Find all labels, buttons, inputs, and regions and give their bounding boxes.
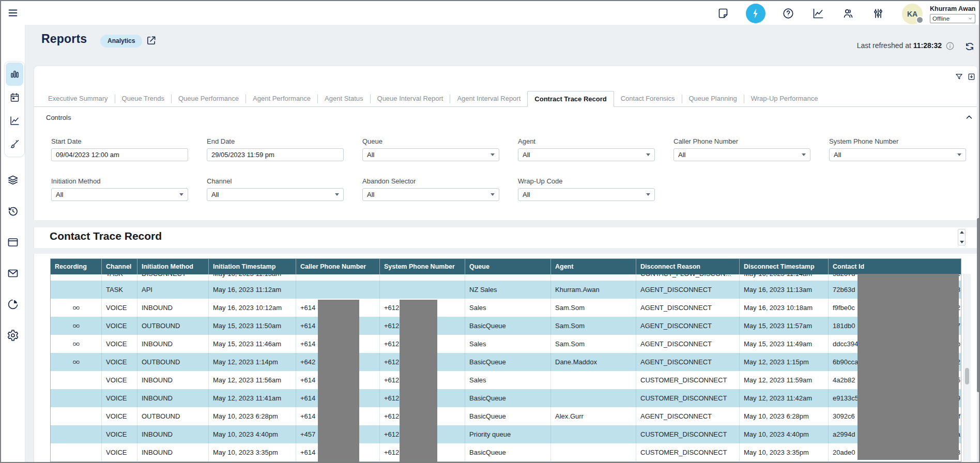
tab-queue-planning[interactable]: Queue Planning [682, 91, 744, 107]
recording-cell [51, 407, 102, 425]
column-header-initiation-method[interactable]: Initiation Method [137, 259, 209, 274]
section-divider [34, 220, 978, 227]
agent-cell: Sam.Som [551, 335, 636, 353]
column-header-recording[interactable]: Recording [51, 259, 102, 274]
contact-id-prefix: e9133c5 [833, 394, 859, 402]
table-row[interactable]: VOICEINBOUNDMay 10, 2023 3:35pm+614+612B… [51, 443, 961, 461]
table-row[interactable]: TASKAPIMay 16, 2023 11:12amNZ SalesKhurr… [51, 281, 961, 299]
start-date-input[interactable]: 09/04/2023 12:00 am [51, 148, 188, 161]
page-scrollbar-thumb[interactable] [977, 218, 980, 392]
sidebar-item-schedule[interactable] [6, 86, 23, 109]
sidebar-item-pie-reports[interactable] [7, 298, 19, 311]
table-row[interactable]: VOICEINBOUNDMay 12, 2023 11:56am+614+612… [51, 371, 961, 389]
table-row-partial[interactable]: TASKDISCONNECTMay 16, 2023 11:13amCONTAC… [51, 274, 961, 281]
status-dot [916, 16, 924, 24]
table-row[interactable]: VOICEOUTBOUNDMay 10, 2023 6:28pm+614+612… [51, 407, 961, 425]
dts-cell: May 12, 2023 11:42am [740, 389, 829, 407]
sidebar-item-reports[interactable] [6, 63, 23, 86]
quick-actions-icon[interactable] [746, 4, 765, 23]
metrics-icon[interactable] [811, 6, 825, 21]
column-header-agent[interactable]: Agent [551, 259, 636, 274]
tab-contact-forensics[interactable]: Contact Forensics [614, 91, 682, 107]
system-phone-number-select[interactable]: All [829, 148, 966, 161]
contact-trace-table: RecordingChannelInitiation MethodInitiat… [50, 258, 961, 462]
tab-agent-status[interactable]: Agent Status [318, 91, 370, 107]
recording-icon[interactable] [72, 341, 81, 348]
queue-cell: Sales [465, 371, 551, 389]
sidebar-item-window[interactable] [7, 236, 19, 249]
info-icon[interactable] [945, 41, 955, 51]
table-row[interactable]: VOICEINBOUNDMay 12, 2023 11:41am+614+612… [51, 389, 961, 407]
recording-icon[interactable] [72, 322, 81, 330]
wrap-up-code-value: All [523, 191, 530, 198]
chevron-up-icon[interactable] [964, 113, 974, 122]
tab-agent-interval-report[interactable]: Agent Interval Report [450, 91, 527, 107]
recording-cell [51, 425, 102, 443]
sidebar-item-layers[interactable] [7, 174, 19, 187]
status-value: Offline [932, 16, 950, 22]
sidebar-item-mail[interactable] [7, 267, 19, 280]
tab-label: Queue Trends [122, 95, 164, 102]
column-header-system-phone-number[interactable]: System Phone Number [380, 259, 465, 274]
queue-select[interactable]: All [362, 148, 499, 161]
tab-queue-interval-report[interactable]: Queue Interval Report [371, 91, 450, 107]
tab-contract-trace-record[interactable]: Contract Trace Record [527, 91, 614, 107]
end-date-input[interactable]: 29/05/2023 11:59 pm [207, 148, 344, 161]
sidebar-item-settings[interactable] [7, 329, 19, 342]
tab-executive-summary[interactable]: Executive Summary [41, 91, 115, 107]
table-scrollbar[interactable] [963, 274, 971, 461]
refresh-icon[interactable] [964, 41, 975, 52]
ts-cell: May 12, 2023 11:41am [209, 389, 296, 407]
tab-queue-trends[interactable]: Queue Trends [115, 91, 171, 107]
caller-phone-number-select[interactable]: All [673, 148, 810, 161]
tab-queue-performance[interactable]: Queue Performance [172, 91, 246, 107]
column-header-channel[interactable]: Channel [102, 259, 137, 274]
sidebar [1, 25, 25, 463]
column-header-contact-id[interactable]: Contact Id [829, 259, 961, 274]
wrap-up-code-select[interactable]: All [518, 188, 655, 201]
spinner-down-icon[interactable] [960, 241, 964, 243]
table-row[interactable]: VOICEOUTBOUNDMay 12, 2023 1:14pm+642+612… [51, 353, 961, 371]
method-cell: OUTBOUND [137, 407, 209, 425]
column-header-initiation-timestamp[interactable]: Initiation Timestamp [209, 259, 296, 274]
tab-wrap-up-performance[interactable]: Wrap-Up Performance [744, 91, 825, 107]
status-select[interactable]: Offline [930, 14, 975, 23]
sidebar-item-history[interactable] [7, 205, 19, 218]
filter-icon[interactable] [955, 72, 963, 81]
contacts-icon[interactable] [841, 6, 855, 21]
tab-agent-performance[interactable]: Agent Performance [246, 91, 317, 107]
page-scrollbar[interactable] [977, 25, 980, 463]
table-scrollbar-thumb[interactable] [965, 368, 969, 384]
external-link-icon[interactable] [145, 35, 157, 47]
method-cell: INBOUND [137, 425, 209, 443]
recording-icon[interactable] [72, 359, 81, 366]
channel-select[interactable]: All [207, 188, 344, 201]
table-row[interactable]: VOICEINBOUNDMay 16, 2023 10:12am+614+612… [51, 299, 961, 317]
preferences-icon[interactable] [871, 6, 885, 21]
table-row[interactable]: VOICEOUTBOUNDMay 15, 2023 11:50am+614+61… [51, 317, 961, 335]
initiation-method-select[interactable]: All [51, 188, 188, 201]
column-header-disconnect-reason[interactable]: Disconnect Reason [636, 259, 740, 274]
queue-cell: Priority queue [465, 425, 551, 443]
agent-select[interactable]: All [518, 148, 655, 161]
download-icon[interactable] [967, 72, 976, 81]
menu-icon[interactable] [7, 7, 19, 19]
column-header-caller-phone-number[interactable]: Caller Phone Number [296, 259, 380, 274]
column-header-queue[interactable]: Queue [465, 259, 551, 274]
sidebar-item-customize[interactable] [6, 132, 23, 156]
column-header-disconnect-timestamp[interactable]: Disconnect Timestamp [740, 259, 829, 274]
abandon-selector-select[interactable]: All [362, 188, 499, 201]
notes-icon[interactable] [716, 6, 730, 21]
recording-icon[interactable] [72, 304, 81, 312]
table-row[interactable]: VOICEINBOUNDMay 15, 2023 11:46am+614+612… [51, 335, 961, 353]
avatar[interactable]: KA [902, 4, 923, 24]
table-row[interactable]: VOICEINBOUNDMay 10, 2023 4:40pm+457+612P… [51, 425, 961, 443]
caller-cell [296, 281, 380, 299]
queue-cell: BasicQueue [465, 407, 551, 425]
spinner-up-icon[interactable] [960, 231, 964, 234]
queue-label: Queue [362, 137, 382, 145]
system-cell [380, 274, 465, 281]
sidebar-item-trends[interactable] [6, 109, 23, 132]
contact-id-prefix: 3092c6 [833, 412, 855, 420]
help-icon[interactable] [781, 6, 795, 21]
